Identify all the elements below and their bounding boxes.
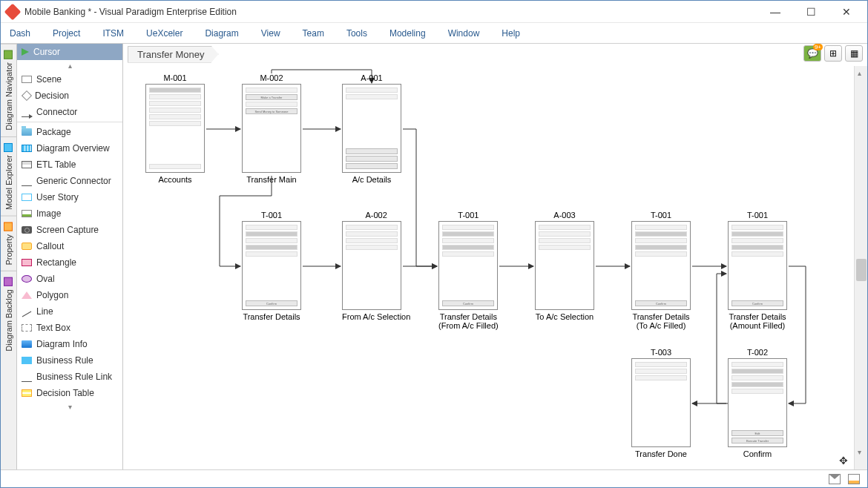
- scroll-up-icon[interactable]: ▴: [858, 69, 861, 77]
- menu-item-team[interactable]: Team: [300, 25, 327, 42]
- wireframe[interactable]: Make a TransferSend Money to Someone: [242, 84, 301, 173]
- palette-item-business-rule[interactable]: Business Rule: [17, 352, 122, 369]
- scroll-thumb[interactable]: [856, 259, 867, 281]
- menu-item-project[interactable]: Project: [50, 25, 83, 42]
- wireframe[interactable]: Confirm: [242, 221, 301, 310]
- callout-icon: [22, 243, 32, 250]
- wireframe[interactable]: Confirm: [728, 221, 787, 310]
- maximize-button[interactable]: ☐: [802, 3, 820, 21]
- menu-item-tools[interactable]: Tools: [343, 25, 370, 42]
- node-a-c-details[interactable]: A-001A/c Details: [342, 73, 401, 184]
- wireframe[interactable]: [145, 84, 205, 173]
- menu-item-diagram[interactable]: Diagram: [202, 25, 241, 42]
- vertical-scrollbar[interactable]: ▴ ▾: [854, 66, 867, 469]
- palette-item-oval[interactable]: Oval: [17, 271, 122, 287]
- palette-scroll-down[interactable]: ▾: [17, 401, 122, 412]
- wireframe[interactable]: [342, 84, 401, 173]
- scene-icon: [22, 76, 32, 83]
- node-label: From A/c Selection: [342, 312, 410, 321]
- node-id: M-002: [242, 73, 301, 82]
- decision-table-icon: [22, 389, 32, 397]
- notification-button[interactable]: 💬: [803, 45, 821, 62]
- side-tab-diagram-navigator[interactable]: Diagram Navigator: [1, 44, 16, 136]
- palette-separator: [17, 122, 122, 122]
- node-label: Transfer Details: [242, 312, 301, 321]
- palette-item-package[interactable]: Package: [17, 124, 122, 140]
- wireframe[interactable]: EditExecute Transfer: [728, 358, 787, 447]
- menu-item-modeling[interactable]: Modeling: [387, 25, 429, 42]
- wireframe[interactable]: [631, 358, 691, 447]
- mail-icon[interactable]: [829, 474, 841, 484]
- toolbar-right: 💬 ⊞ ▦: [803, 45, 863, 62]
- node-id: A-003: [535, 211, 594, 220]
- canvas[interactable]: M-001AccountsM-002Make a TransferSend Mo…: [123, 66, 854, 469]
- palette-item-screen-capture[interactable]: Screen Capture: [17, 222, 122, 238]
- palette-item-decision-table[interactable]: Decision Table: [17, 385, 122, 401]
- menu-item-uexceler[interactable]: UeXceler: [143, 25, 185, 42]
- doc-icon[interactable]: [848, 474, 860, 484]
- menu-item-dash[interactable]: Dash: [7, 25, 33, 42]
- node-label: Transfer Done: [631, 449, 691, 458]
- menubar: DashProjectITSMUeXcelerDiagramViewTeamTo…: [1, 23, 867, 44]
- palette-item-label: Decision: [35, 90, 69, 101]
- palette-item-rectangle[interactable]: Rectangle: [17, 254, 122, 271]
- side-tab-diagram-backlog[interactable]: Diagram Backlog: [1, 271, 16, 357]
- wireframe[interactable]: Confirm: [438, 221, 498, 310]
- node-id: T-001: [631, 211, 691, 220]
- palette-item-line[interactable]: Line: [17, 303, 122, 320]
- node-transfer-details-from-a-c-filled-[interactable]: T-001ConfirmTransfer Details (From A/c F…: [438, 211, 499, 330]
- palette-item-cursor[interactable]: Cursor: [17, 44, 122, 60]
- layout-button[interactable]: ⊞: [824, 45, 842, 62]
- node-confirm[interactable]: T-002EditExecute TransferConfirm: [728, 348, 787, 458]
- side-tab-property[interactable]: Property: [1, 216, 16, 271]
- node-transfer-details-amount-filled-[interactable]: T-001ConfirmTransfer Details (Amount Fil…: [728, 211, 787, 330]
- node-transfer-details[interactable]: T-001ConfirmTransfer Details: [242, 211, 301, 321]
- palette-item-etl-table[interactable]: ETL Table: [17, 156, 122, 173]
- node-accounts[interactable]: M-001Accounts: [145, 73, 205, 184]
- node-id: A-002: [342, 211, 410, 220]
- menu-item-help[interactable]: Help: [499, 25, 523, 42]
- menu-item-view[interactable]: View: [258, 25, 283, 42]
- palette-scroll-up[interactable]: ▴: [17, 60, 122, 71]
- window-title: Mobile Banking * - Visual Paradigm Enter…: [24, 7, 766, 17]
- wireframe[interactable]: [342, 221, 401, 310]
- menu-item-window[interactable]: Window: [445, 25, 483, 42]
- menu-item-itsm[interactable]: ITSM: [99, 25, 127, 42]
- breadcrumb-item[interactable]: Transfer Money: [128, 46, 219, 63]
- wireframe[interactable]: Confirm: [631, 221, 691, 310]
- scroll-down-icon[interactable]: ▾: [858, 448, 861, 456]
- node-transfer-main[interactable]: M-002Make a TransferSend Money to Someon…: [242, 73, 301, 184]
- statusbar: [1, 469, 867, 487]
- node-label: Accounts: [145, 175, 205, 184]
- wireframe[interactable]: [535, 221, 594, 310]
- side-tab-model-explorer[interactable]: Model Explorer: [1, 136, 16, 216]
- palette-item-connector[interactable]: Connector: [17, 104, 122, 120]
- palette-item-user-story[interactable]: User Story: [17, 189, 122, 205]
- node-id: T-001: [728, 211, 787, 220]
- palette-item-image[interactable]: Image: [17, 205, 122, 222]
- node-to-a-c-selection[interactable]: A-003To A/c Selection: [535, 211, 594, 321]
- view-button[interactable]: ▦: [845, 45, 863, 62]
- palette-item-diagram-overview[interactable]: Diagram Overview: [17, 140, 122, 156]
- app-window: Mobile Banking * - Visual Paradigm Enter…: [0, 0, 868, 488]
- palette-item-scene[interactable]: Scene: [17, 71, 122, 88]
- node-transfer-done[interactable]: T-003Transfer Done: [631, 348, 691, 458]
- minimize-button[interactable]: —: [766, 3, 784, 21]
- palette-item-diagram-info[interactable]: Diagram Info: [17, 336, 122, 352]
- image-icon: [22, 210, 32, 217]
- palette-item-decision[interactable]: Decision: [17, 88, 122, 104]
- etl-table-icon: [22, 161, 32, 168]
- palette-item-text-box[interactable]: Text Box: [17, 320, 122, 336]
- palette-item-business-rule-link[interactable]: Business Rule Link: [17, 369, 122, 385]
- node-label: A/c Details: [342, 175, 401, 184]
- palette-item-callout[interactable]: Callout: [17, 238, 122, 254]
- palette-item-label: Line: [36, 306, 53, 317]
- palette-item-generic-connector[interactable]: Generic Connector: [17, 173, 122, 189]
- node-transfer-details-to-a-c-filled-[interactable]: T-001ConfirmTransfer Details (To A/c Fil…: [631, 211, 691, 330]
- palette-item-label: ETL Table: [36, 159, 76, 170]
- palette-item-label: Oval: [36, 274, 55, 284]
- node-from-a-c-selection[interactable]: A-002From A/c Selection: [342, 211, 410, 321]
- palette-item-label: Screen Capture: [36, 225, 99, 235]
- close-button[interactable]: ✕: [838, 3, 855, 21]
- palette-item-polygon[interactable]: Polygon: [17, 287, 122, 303]
